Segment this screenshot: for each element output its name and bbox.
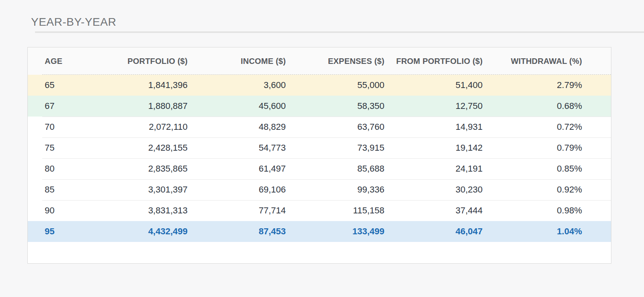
cell-from-portfolio: 19,142: [384, 137, 483, 158]
cell-withdrawal: 1.04%: [483, 221, 611, 242]
cell-from-portfolio: 14,931: [384, 117, 483, 137]
cell-age: 85: [28, 179, 89, 200]
column-header-from-portfolio: FROM PORTFOLIO ($): [384, 47, 483, 75]
cell-income: 54,773: [188, 137, 286, 158]
cell-from-portfolio: 30,230: [384, 179, 483, 200]
cell-income: 69,106: [188, 179, 286, 200]
cell-portfolio: 1,841,396: [89, 75, 188, 96]
cell-portfolio: 4,432,499: [89, 221, 188, 242]
table-body: 651,841,3963,60055,00051,4002.79%671,880…: [28, 75, 611, 242]
cell-expenses: 55,000: [286, 75, 384, 96]
cell-withdrawal: 0.68%: [483, 96, 611, 117]
cell-expenses: 85,688: [286, 158, 384, 179]
column-header-expenses: EXPENSES ($): [286, 47, 384, 75]
cell-portfolio: 1,880,887: [89, 96, 188, 117]
cell-withdrawal: 0.92%: [483, 179, 611, 200]
table-row: 702,072,11048,82963,76014,9310.72%: [28, 117, 611, 137]
cell-portfolio: 2,072,110: [89, 117, 188, 137]
cell-age: 67: [28, 96, 89, 117]
cell-from-portfolio: 51,400: [384, 75, 483, 96]
cell-expenses: 133,499: [286, 221, 384, 242]
table-row: 853,301,39769,10699,33630,2300.92%: [28, 179, 611, 200]
column-header-portfolio: PORTFOLIO ($): [89, 47, 188, 75]
cell-portfolio: 3,301,397: [89, 179, 188, 200]
cell-income: 3,600: [188, 75, 286, 96]
cell-expenses: 73,915: [286, 137, 384, 158]
page-title: YEAR-BY-YEAR: [31, 16, 116, 28]
cell-age: 95: [28, 221, 89, 242]
cell-income: 48,829: [188, 117, 286, 137]
cell-income: 77,714: [188, 200, 286, 221]
cell-withdrawal: 0.72%: [483, 117, 611, 137]
cell-age: 80: [28, 158, 89, 179]
cell-portfolio: 3,831,313: [89, 200, 188, 221]
table-row: 903,831,31377,714115,15837,4440.98%: [28, 200, 611, 221]
cell-from-portfolio: 46,047: [384, 221, 483, 242]
table-header-row: AGE PORTFOLIO ($) INCOME ($) EXPENSES ($…: [28, 47, 611, 75]
cell-withdrawal: 0.85%: [483, 158, 611, 179]
cell-income: 45,600: [188, 96, 286, 117]
cell-withdrawal: 0.98%: [483, 200, 611, 221]
table-footer-spacer: [28, 242, 611, 263]
column-header-income: INCOME ($): [188, 47, 286, 75]
table-row: 651,841,3963,60055,00051,4002.79%: [28, 75, 611, 96]
table-row: 802,835,86561,49785,68824,1910.85%: [28, 158, 611, 179]
table-row: 671,880,88745,60058,35012,7500.68%: [28, 96, 611, 117]
cell-portfolio: 2,835,865: [89, 158, 188, 179]
cell-income: 87,453: [188, 221, 286, 242]
cell-expenses: 63,760: [286, 117, 384, 137]
cell-from-portfolio: 24,191: [384, 158, 483, 179]
column-header-withdrawal: WITHDRAWAL (%): [483, 47, 611, 75]
table-row: 954,432,49987,453133,49946,0471.04%: [28, 221, 611, 242]
cell-age: 90: [28, 200, 89, 221]
column-header-age: AGE: [28, 47, 89, 75]
cell-withdrawal: 2.79%: [483, 75, 611, 96]
cell-income: 61,497: [188, 158, 286, 179]
title-divider: [35, 31, 644, 33]
table-row: 752,428,15554,77373,91519,1420.79%: [28, 137, 611, 158]
cell-age: 75: [28, 137, 89, 158]
year-by-year-table-card: AGE PORTFOLIO ($) INCOME ($) EXPENSES ($…: [27, 47, 611, 264]
cell-withdrawal: 0.79%: [483, 137, 611, 158]
cell-expenses: 58,350: [286, 96, 384, 117]
cell-expenses: 115,158: [286, 200, 384, 221]
cell-from-portfolio: 37,444: [384, 200, 483, 221]
cell-portfolio: 2,428,155: [89, 137, 188, 158]
cell-age: 65: [28, 75, 89, 96]
cell-from-portfolio: 12,750: [384, 96, 483, 117]
cell-expenses: 99,336: [286, 179, 384, 200]
cell-age: 70: [28, 117, 89, 137]
